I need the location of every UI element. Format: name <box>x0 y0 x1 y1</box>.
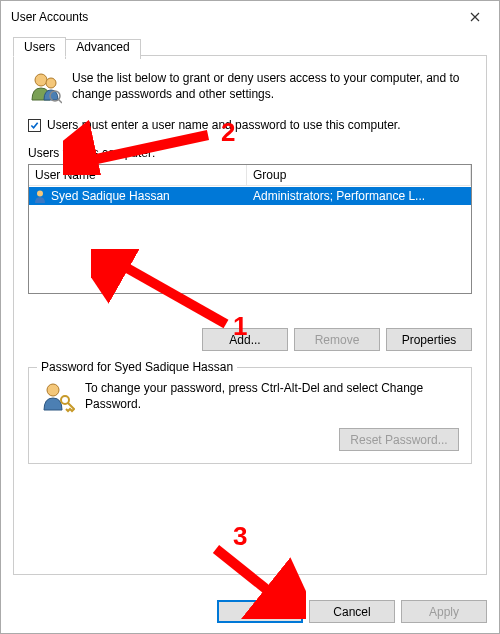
key-user-icon <box>41 380 75 414</box>
checkmark-icon <box>30 121 39 130</box>
password-row: To change your password, press Ctrl-Alt-… <box>41 380 459 414</box>
svg-point-6 <box>61 396 69 404</box>
cancel-button[interactable]: Cancel <box>309 600 395 623</box>
table-row[interactable]: Syed Sadique Hassan Administrators; Perf… <box>29 187 471 205</box>
tab-users[interactable]: Users <box>13 37 66 57</box>
cell-group: Administrators; Performance L... <box>247 189 471 203</box>
user-accounts-dialog: User Accounts Users Advanced <box>0 0 500 634</box>
tab-users-label: Users <box>24 40 55 54</box>
password-legend: Password for Syed Sadique Hassan <box>37 360 237 374</box>
titlebar: User Accounts <box>1 1 499 33</box>
svg-point-5 <box>47 384 59 396</box>
require-password-label: Users must enter a user name and passwor… <box>47 118 401 132</box>
reset-password-button: Reset Password... <box>339 428 459 451</box>
users-panel: Use the list below to grant or deny user… <box>14 56 486 474</box>
tabstrip: Users Advanced <box>13 37 140 57</box>
dialog-footer: OK Cancel Apply <box>217 600 487 623</box>
ok-button[interactable]: OK <box>217 600 303 623</box>
cell-username-text: Syed Sadique Hassan <box>51 189 170 203</box>
password-buttons: Reset Password... <box>41 428 459 451</box>
apply-button: Apply <box>401 600 487 623</box>
col-header-username[interactable]: User Name <box>29 165 247 186</box>
close-button[interactable] <box>455 3 495 31</box>
cell-username: Syed Sadique Hassan <box>29 189 247 203</box>
password-fieldset: Password for Syed Sadique Hassan To chan… <box>28 367 472 464</box>
intro-row: Use the list below to grant or deny user… <box>28 70 472 104</box>
users-icon <box>28 70 62 104</box>
intro-text: Use the list below to grant or deny user… <box>72 70 472 104</box>
svg-point-4 <box>37 191 43 197</box>
list-buttons: Add... Remove Properties <box>28 328 472 351</box>
window-title: User Accounts <box>11 10 88 24</box>
add-button[interactable]: Add... <box>202 328 288 351</box>
require-password-row: Users must enter a user name and passwor… <box>28 118 472 132</box>
tab-container: Users Advanced Use t <box>13 55 487 575</box>
users-list-caption: Users for this computer: <box>28 146 472 160</box>
password-instruction: To change your password, press Ctrl-Alt-… <box>85 380 459 414</box>
require-password-checkbox[interactable] <box>28 119 41 132</box>
tab-advanced[interactable]: Advanced <box>65 39 140 59</box>
list-header: User Name Group <box>29 165 471 187</box>
users-listbox[interactable]: User Name Group Syed Sadique Hassan Admi… <box>28 164 472 294</box>
dialog-content: Users Advanced Use t <box>1 33 499 575</box>
tab-advanced-label: Advanced <box>76 40 129 54</box>
close-icon <box>470 12 480 22</box>
svg-point-1 <box>46 78 56 88</box>
col-header-group[interactable]: Group <box>247 165 471 186</box>
svg-line-3 <box>58 99 62 103</box>
properties-button[interactable]: Properties <box>386 328 472 351</box>
svg-point-0 <box>35 74 47 86</box>
remove-button: Remove <box>294 328 380 351</box>
user-avatar-icon <box>33 189 47 203</box>
